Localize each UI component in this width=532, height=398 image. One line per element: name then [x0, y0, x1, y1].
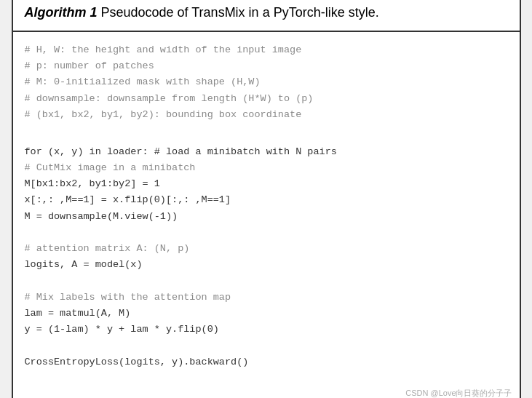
algorithm-title: Pseudocode of TransMix in a PyTorch-like…	[98, 5, 379, 20]
comment-line-5: # (bx1, bx2, by1, by2): bounding box coo…	[25, 107, 508, 123]
watermark: CSDN @Love向日葵的分子子	[13, 385, 520, 398]
code-line-4: M = downsample(M.view(-1))	[25, 209, 508, 225]
comment-line-4: # downsample: downsample from length (H*…	[25, 91, 508, 107]
comment-line-1: # H, W: the height and width of the inpu…	[25, 42, 508, 58]
algorithm-label: Algorithm 1	[25, 5, 98, 20]
comment-line-3: # M: 0-initialized mask with shape (H,W)	[25, 74, 508, 90]
code-line-3: x[:,: ,M==1] = x.flip(0)[:,: ,M==1]	[25, 192, 508, 208]
algorithm-body: # H, W: the height and width of the inpu…	[13, 32, 520, 385]
code-line-9: # Mix labels with the attention map	[25, 290, 508, 306]
comment-line-2: # p: number of patches	[25, 58, 508, 74]
code-line-2: M[bx1:bx2, by1:by2] = 1	[25, 176, 508, 192]
code-line-7: logits, A = model(x)	[25, 257, 508, 273]
code-block-main: for (x, y) in loader: # load a minibatch…	[25, 144, 508, 371]
comments-block: # H, W: the height and width of the inpu…	[25, 42, 508, 123]
code-line-11: y = (1-lam) * y + lam * y.flip(0)	[25, 322, 508, 338]
code-line-0: for (x, y) in loader: # load a minibatch…	[25, 144, 508, 160]
algorithm-header: Algorithm 1 Pseudocode of TransMix in a …	[13, 0, 520, 32]
code-line-6: # attention matrix A: (N, p)	[25, 241, 508, 257]
code-line-13: CrossEntropyLoss(logits, y).backward()	[25, 354, 508, 370]
code-line-10: lam = matmul(A, M)	[25, 306, 508, 322]
algorithm-container: Algorithm 1 Pseudocode of TransMix in a …	[12, 0, 521, 398]
code-line-1: # CutMix image in a minibatch	[25, 160, 508, 176]
